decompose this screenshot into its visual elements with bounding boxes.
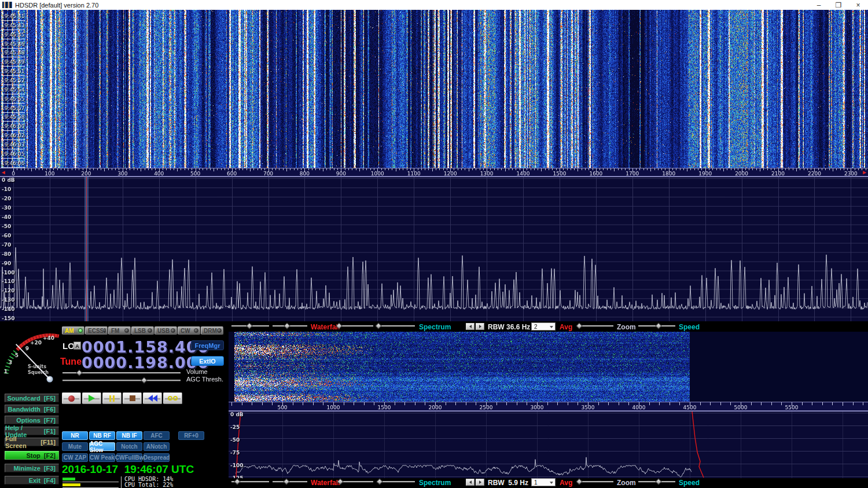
rbw-increase-button-2[interactable] — [476, 479, 484, 486]
wf-contrast-slider[interactable] — [273, 324, 307, 329]
dsp-button-cwfullbw[interactable]: CWFullBw — [116, 453, 142, 462]
menu-button-soundcard[interactable]: Soundcard[F5] — [5, 394, 59, 402]
freqmgr-button[interactable]: FreqMgr — [191, 340, 224, 350]
tune-marker-waterfall — [84, 10, 89, 168]
dsp-button-afc[interactable]: AFC — [144, 431, 170, 440]
dsp-button-cw-zap[interactable]: CW ZAP — [62, 453, 88, 462]
wf-contrast-slider-2[interactable] — [273, 479, 307, 485]
mode-led-icon — [217, 328, 222, 333]
minimize-button[interactable]: – — [809, 0, 829, 10]
rf-waterfall-display[interactable] — [0, 10, 868, 168]
dsp-button-rf-0[interactable]: RF+0 — [178, 431, 204, 440]
menu-button-bandwidth[interactable]: Bandwidth[F6] — [5, 405, 59, 413]
menu-button-options[interactable]: Options[F7] — [5, 416, 59, 424]
menu-button-exit[interactable]: Exit[F4] — [5, 476, 59, 485]
mode-button-drm[interactable]: DRM — [201, 326, 223, 335]
rf-scale-label: 1100 — [407, 171, 421, 177]
rf-frequency-scale[interactable]: ◄ ► 010020030040050060070080090010001100… — [0, 168, 868, 177]
link-button[interactable] — [163, 392, 182, 404]
agc-threshold-slider[interactable] — [62, 378, 181, 383]
menu-button-full-screen[interactable]: Full Screen[F11] — [5, 438, 59, 446]
mode-button-usb[interactable]: USB — [155, 326, 177, 335]
stop-icon — [130, 395, 135, 401]
rf-scale-label: 500 — [190, 171, 200, 177]
rf-scale-label: 2200 — [808, 171, 821, 177]
mode-button-lsb[interactable]: LSB — [131, 326, 154, 335]
play-button[interactable] — [82, 392, 101, 404]
dsp-button-cw-peak[interactable]: CW Peak — [89, 453, 115, 462]
af-waterfall-display[interactable] — [229, 332, 868, 402]
spec-range-slider[interactable] — [377, 324, 415, 329]
rf-db-label: -150 — [2, 315, 15, 321]
rbw-value: RBW 36.6 Hz — [488, 323, 530, 331]
zoom-slider[interactable] — [578, 324, 613, 329]
rf-scale-label: 1900 — [698, 171, 712, 177]
dsp-button-agc-slow[interactable]: AGC Slow — [89, 442, 115, 451]
af-scale-label: 3500 — [582, 405, 595, 410]
menu-button-stop[interactable]: Stop[F2] — [5, 451, 59, 460]
dsp-button-despread[interactable]: Despread — [144, 453, 170, 462]
spec-range-slider-2[interactable] — [377, 479, 415, 485]
spec-gain-slider-2[interactable] — [337, 479, 373, 485]
speed-slider-2[interactable] — [638, 479, 675, 485]
wf-brightness-slider[interactable] — [231, 324, 269, 329]
rf-db-label: -140 — [2, 306, 15, 312]
play-icon — [89, 395, 95, 402]
mode-button-cw[interactable]: CW — [178, 326, 200, 335]
rbw-decrease-button-2[interactable] — [466, 479, 475, 486]
af-frequency-scale[interactable]: 5001000150020002500300035004000450050005… — [229, 402, 868, 411]
mode-label: DRM — [204, 328, 217, 334]
pause-button[interactable] — [102, 392, 122, 404]
af-db-label: -75 — [230, 450, 240, 456]
dsp-button-mute[interactable]: Mute — [62, 442, 88, 451]
close-button[interactable]: × — [848, 0, 868, 10]
rf-scale-label: 800 — [300, 171, 310, 177]
waterfall-timestamp: 19:45:51 — [1, 67, 25, 76]
mode-button-ecss[interactable]: ECSS — [85, 326, 108, 335]
rewind-button[interactable] — [143, 392, 162, 404]
rbw-increase-button[interactable] — [476, 323, 484, 330]
spec-gain-slider[interactable] — [337, 324, 373, 329]
rf-scale-label: 200 — [81, 171, 91, 177]
mode-led-icon — [124, 328, 129, 333]
stop-button[interactable] — [123, 392, 142, 404]
mode-button-am[interactable]: AM — [62, 326, 84, 335]
speed-slider[interactable] — [638, 324, 675, 329]
rf-db-label: -130 — [2, 297, 15, 303]
avg-select-2[interactable]: 1 — [531, 478, 556, 486]
wf-brightness-slider-2[interactable] — [231, 479, 269, 485]
menu-button-help-update[interactable]: Help / Update[F1] — [5, 427, 59, 435]
waterfall-label-2: Waterfall — [311, 479, 340, 487]
avg-select[interactable]: 2 — [531, 322, 556, 331]
dsp-button-nb-rf[interactable]: NB RF — [89, 431, 115, 440]
rf-scale-label: 1200 — [444, 171, 457, 177]
rbw-decrease-button[interactable] — [466, 323, 475, 330]
waterfall-timestamp: 19:46:00 — [1, 122, 25, 131]
volume-slider[interactable] — [62, 370, 181, 376]
af-scale-label: 1500 — [378, 405, 391, 410]
mode-label: USB — [157, 328, 170, 334]
rf-scale-label: 600 — [227, 171, 237, 177]
zoom-slider-2[interactable] — [578, 479, 613, 485]
extio-button[interactable]: ExtIO — [191, 356, 224, 366]
chevron-down-icon — [550, 326, 553, 328]
dsp-button-anotch[interactable]: ANotch — [144, 442, 170, 451]
dsp-button-notch[interactable]: Notch — [116, 442, 142, 451]
rf-spectrum-display[interactable] — [0, 177, 868, 321]
mode-led-icon — [171, 328, 175, 333]
vfo-a-button[interactable]: A — [73, 342, 81, 350]
record-button[interactable] — [62, 392, 81, 404]
restore-button[interactable]: ❐ — [829, 0, 848, 10]
rf-db-label: -50 — [2, 223, 11, 229]
scale-left-arrow-icon[interactable]: ◄ — [1, 169, 6, 176]
dsp-button-nb-if[interactable]: NB IF — [116, 431, 142, 440]
dsp-button-nr[interactable]: NR — [62, 431, 88, 440]
mode-button-row: AMECSSFMLSBUSBCWDRM — [62, 326, 223, 335]
rf-scale-label: 100 — [45, 171, 54, 177]
af-spectrum-display[interactable] — [229, 411, 868, 478]
mode-button-fm[interactable]: FM — [108, 326, 131, 335]
scale-right-arrow-icon[interactable]: ► — [862, 169, 867, 176]
zoom-label-2: Zoom — [617, 479, 636, 487]
menu-button-minimize[interactable]: Minimize[F3] — [5, 464, 59, 472]
lo-frequency-value[interactable]: 0001.158.400 — [82, 339, 209, 355]
